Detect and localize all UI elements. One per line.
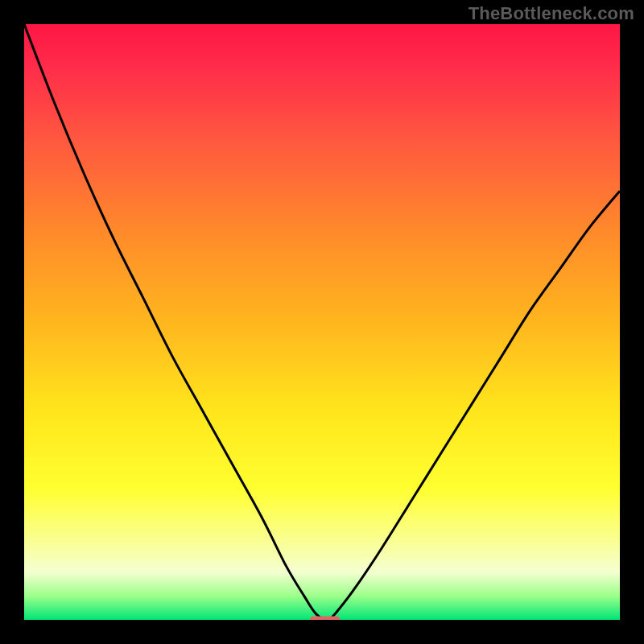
watermark-text: TheBottleneck.com — [469, 3, 634, 24]
chart-svg — [24, 24, 620, 620]
figure-root: TheBottleneck.com — [0, 0, 644, 644]
bottleneck-curve — [24, 24, 620, 620]
plot-area — [24, 24, 620, 620]
minimum-marker — [310, 617, 340, 620]
